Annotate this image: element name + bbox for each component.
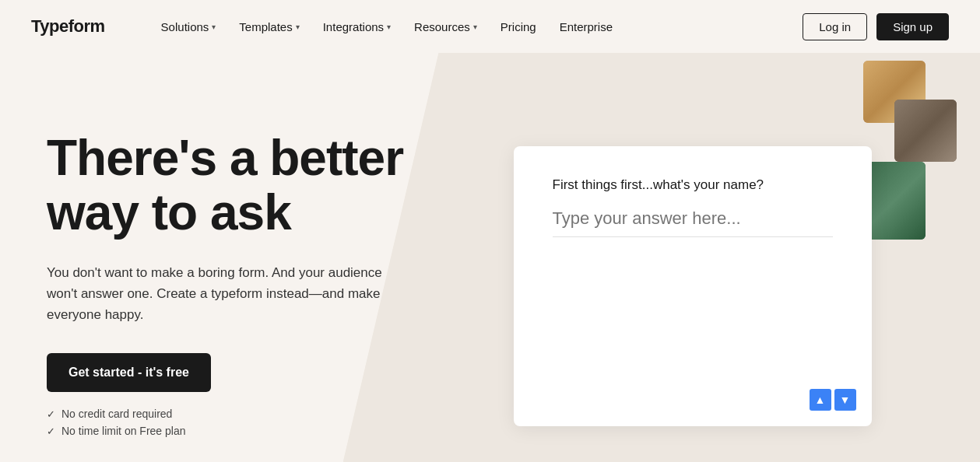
form-question: First things first...what's your name? [553,177,833,193]
form-answer-input[interactable] [553,208,833,229]
check-icon-1: ✓ [47,408,55,420]
check-icon-2: ✓ [47,425,55,437]
hero-content: There's a better way to ask You don't wa… [47,84,451,437]
hero-visual: First things first...what's your name? ▲… [451,84,933,426]
navbar: Typeform Solutions ▾ Templates ▾ Integra… [0,0,980,53]
nav-pricing-label: Pricing [501,20,536,33]
form-preview-card: First things first...what's your name? ▲… [514,146,872,426]
form-nav-down-button[interactable]: ▼ [834,389,856,411]
photo-3 [863,162,926,240]
checklist-label-1: No credit card required [61,408,172,420]
form-nav-up-button[interactable]: ▲ [810,389,831,411]
checklist: ✓ No credit card required ✓ No time limi… [47,408,451,437]
nav-item-integrations[interactable]: Integrations ▾ [314,14,400,40]
nav-item-solutions[interactable]: Solutions ▾ [152,14,226,40]
chevron-down-icon: ▾ [296,23,300,31]
hero-title: There's a better way to ask [47,131,451,240]
logo[interactable]: Typeform [31,16,105,37]
chevron-down-icon: ▾ [387,23,391,31]
nav-solutions-label: Solutions [161,20,209,33]
nav-item-enterprise[interactable]: Enterprise [550,14,622,40]
nav-enterprise-label: Enterprise [560,20,613,33]
checklist-item-2: ✓ No time limit on Free plan [47,425,451,437]
hero-subtitle: You don't want to make a boring form. An… [47,262,405,326]
nav-item-resources[interactable]: Resources ▾ [405,14,486,40]
checklist-label-2: No time limit on Free plan [61,425,186,437]
nav-integrations-label: Integrations [323,20,384,33]
nav-actions: Log in Sign up [803,13,949,40]
checklist-item-1: ✓ No credit card required [47,408,451,420]
nav-links: Solutions ▾ Templates ▾ Integrations ▾ R… [152,14,803,40]
signup-button[interactable]: Sign up [876,13,949,40]
form-nav-buttons: ▲ ▼ [810,389,856,411]
form-divider [553,236,833,237]
get-started-button[interactable]: Get started - it's free [47,353,211,392]
nav-item-templates[interactable]: Templates ▾ [230,14,308,40]
chevron-down-icon: ▾ [473,23,477,31]
nav-item-pricing[interactable]: Pricing [491,14,546,40]
photo-2 [894,100,957,162]
login-button[interactable]: Log in [803,13,867,40]
hero-section: There's a better way to ask You don't wa… [0,53,980,462]
nav-templates-label: Templates [239,20,292,33]
chevron-down-icon: ▾ [212,23,216,31]
nav-resources-label: Resources [414,20,470,33]
